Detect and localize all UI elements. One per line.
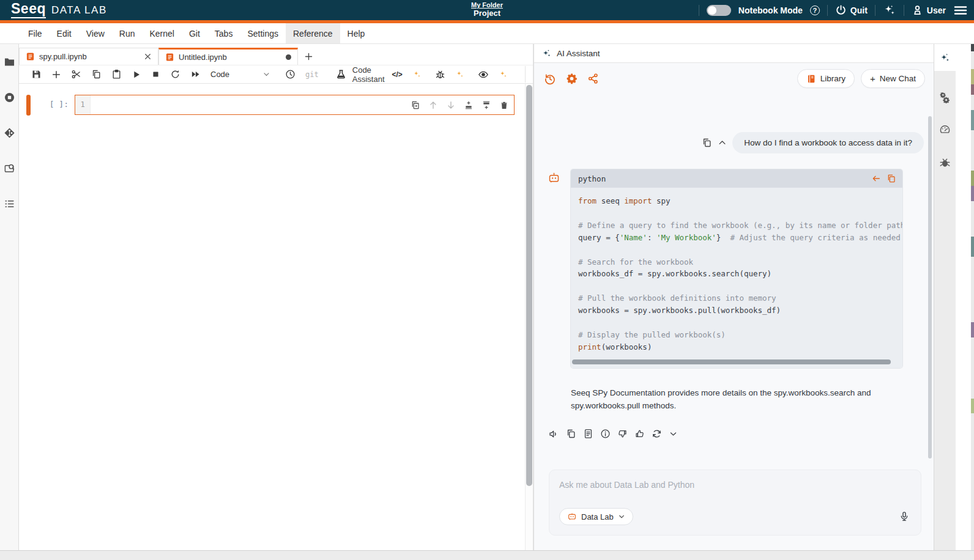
- git-icon[interactable]: [4, 127, 15, 139]
- property-inspector-icon[interactable]: [4, 163, 15, 174]
- history-clock-icon[interactable]: [285, 69, 296, 79]
- tab-untitled[interactable]: Untitled.ipynb: [158, 48, 298, 65]
- notebook-file-icon: [26, 52, 35, 61]
- code-line: # Display the pulled workbook(s): [578, 329, 895, 341]
- generate-code-icon[interactable]: </>: [392, 70, 403, 79]
- chat-history-icon[interactable]: [544, 73, 556, 85]
- model-selector[interactable]: Data Lab: [559, 508, 633, 525]
- menu-tabs[interactable]: Tabs: [207, 23, 240, 43]
- brand: Seeq DATA LAB: [6, 2, 107, 18]
- code-line: # Define a query to find the workbook (e…: [578, 219, 895, 232]
- message-toolbar: [548, 429, 934, 440]
- running-kernels-icon[interactable]: [4, 92, 15, 103]
- copy-message-icon[interactable]: [702, 138, 712, 148]
- read-aloud-icon[interactable]: [548, 429, 559, 440]
- kernel-usage-icon[interactable]: [939, 92, 951, 103]
- code-block-header: python: [571, 169, 902, 188]
- insert-cell-below-icon[interactable]: [481, 100, 491, 110]
- delete-cell-icon[interactable]: [499, 100, 509, 110]
- user-menu[interactable]: User: [912, 4, 946, 16]
- regenerate-icon[interactable]: [652, 429, 662, 439]
- insert-code-into-notebook-icon[interactable]: [871, 174, 881, 183]
- chat-input[interactable]: Ask me about Data Lab and Python Data La…: [549, 470, 921, 536]
- ai-assistant-tab-icon[interactable]: [934, 44, 956, 71]
- move-cell-down-icon[interactable]: [446, 100, 456, 110]
- user-icon: [912, 4, 923, 16]
- tab-label: spy.pull.ipynb: [39, 52, 139, 61]
- duplicate-cell-icon[interactable]: [411, 100, 420, 110]
- run-cell-icon[interactable]: [132, 70, 141, 79]
- quit-button[interactable]: Quit: [835, 4, 868, 16]
- status-strip: [0, 550, 974, 560]
- unsaved-indicator[interactable]: [286, 54, 291, 60]
- scrollbar-thumb[interactable]: [526, 85, 532, 486]
- notebook-scrollbar[interactable]: [525, 84, 533, 550]
- save-icon[interactable]: [31, 69, 42, 79]
- restart-kernel-icon[interactable]: [170, 69, 180, 79]
- minimap-strip[interactable]: [971, 44, 974, 550]
- menu-settings[interactable]: Settings: [240, 23, 286, 43]
- help-icon[interactable]: ?: [810, 6, 820, 15]
- code-line: workbooks = spy.workbooks.pull(workbooks…: [578, 304, 895, 317]
- left-sidebar: [0, 44, 19, 550]
- library-button[interactable]: Library: [797, 69, 855, 88]
- thumbs-up-icon[interactable]: [634, 429, 645, 439]
- settings-gear-icon[interactable]: [566, 73, 578, 85]
- performance-gauge-icon[interactable]: [939, 124, 951, 136]
- microphone-icon[interactable]: [899, 511, 910, 522]
- menu-edit[interactable]: Edit: [50, 23, 79, 43]
- menu-kernel[interactable]: Kernel: [142, 23, 181, 43]
- copy-icon[interactable]: [91, 69, 102, 79]
- notebook-content: [ ]: 1: [19, 84, 533, 550]
- expand-options-icon[interactable]: [669, 429, 678, 438]
- collapse-message-icon[interactable]: [718, 138, 727, 147]
- menu-file[interactable]: File: [21, 23, 50, 43]
- menu-view[interactable]: View: [79, 23, 112, 43]
- code-cell: [ ]: 1: [26, 95, 515, 116]
- menu-help[interactable]: Help: [340, 23, 373, 43]
- copy-code-icon[interactable]: [887, 174, 896, 183]
- copy-response-icon[interactable]: [566, 429, 576, 439]
- tab-spy-pull[interactable]: spy.pull.ipynb: [19, 48, 158, 65]
- close-tab-icon[interactable]: [144, 53, 152, 61]
- code-line: [578, 244, 895, 256]
- restart-run-all-icon[interactable]: [190, 69, 201, 79]
- thumbs-down-icon[interactable]: [617, 429, 628, 439]
- explain-code-icon[interactable]: [478, 69, 489, 80]
- new-tab-button[interactable]: [298, 48, 319, 65]
- paste-icon[interactable]: [111, 69, 122, 79]
- menu-git[interactable]: Git: [182, 23, 207, 43]
- share-icon[interactable]: [587, 73, 599, 85]
- scrollbar-thumb[interactable]: [572, 359, 891, 364]
- cut-icon[interactable]: [71, 69, 81, 79]
- breadcrumb-folder-link[interactable]: My Folder: [471, 1, 503, 9]
- code-line: [578, 317, 895, 329]
- code-horizontal-scrollbar[interactable]: [571, 357, 902, 368]
- ai-panel-scrollbar[interactable]: [928, 116, 932, 459]
- assistant-message: python from seeq import spy # Define a: [534, 169, 934, 440]
- info-icon[interactable]: [600, 429, 611, 439]
- sparkle-icon: [412, 70, 422, 79]
- debug-assist-icon[interactable]: [435, 69, 445, 79]
- new-chat-button[interactable]: + New Chat: [861, 69, 925, 88]
- table-of-contents-icon[interactable]: [4, 198, 15, 210]
- add-cell-icon[interactable]: [51, 70, 61, 79]
- git-toolbar-label[interactable]: git: [305, 70, 319, 79]
- interrupt-kernel-icon[interactable]: [151, 70, 160, 79]
- breadcrumb-project: Project: [471, 9, 503, 18]
- menu-reference[interactable]: Reference: [286, 23, 340, 43]
- ai-sparkles-icon[interactable]: [883, 4, 896, 17]
- hamburger-menu-icon[interactable]: [953, 3, 968, 18]
- view-source-icon[interactable]: [583, 429, 593, 439]
- file-browser-icon[interactable]: [4, 56, 15, 68]
- insert-cell-above-icon[interactable]: [464, 100, 474, 110]
- breadcrumb: My Folder Project: [471, 1, 503, 18]
- menu-run[interactable]: Run: [112, 23, 143, 43]
- code-content[interactable]: from seeq import spy # Define a query to…: [571, 188, 902, 357]
- cell-type-dropdown[interactable]: Code: [210, 70, 275, 79]
- notebook-mode-toggle[interactable]: [707, 5, 731, 16]
- divider: [827, 5, 828, 16]
- move-cell-up-icon[interactable]: [428, 100, 438, 110]
- line-number: 1: [75, 95, 91, 114]
- debugger-bug-icon[interactable]: [939, 157, 951, 168]
